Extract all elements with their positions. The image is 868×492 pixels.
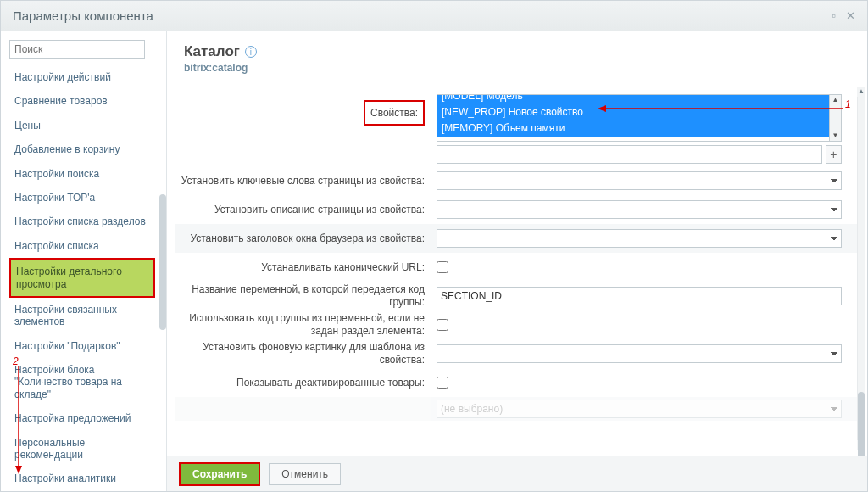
sidebar-scrollbar-thumb[interactable]: [159, 194, 166, 330]
sidebar-item[interactable]: Сравнение товаров: [9, 89, 155, 113]
props-option[interactable]: [MODEL] Модель: [437, 94, 829, 104]
sidebar-item[interactable]: Настройки аналитики: [9, 467, 155, 490]
scroll-up-icon[interactable]: ▲: [830, 95, 841, 105]
select-descr[interactable]: [437, 200, 842, 219]
checkbox-deact[interactable]: [437, 377, 448, 389]
scroll-down-icon[interactable]: ▼: [830, 131, 841, 141]
listbox-scrollbar[interactable]: ▲ ▼: [830, 94, 842, 142]
input-var-name[interactable]: [437, 287, 842, 305]
close-icon[interactable]: ✕: [846, 9, 855, 22]
props-label: Свойства:: [364, 100, 425, 126]
props-listbox[interactable]: [MODEL] Модель [NEW_PROP] Новое свойство…: [437, 94, 830, 142]
form-area: Свойства: [MODEL] Модель [NEW_PROP] Ново…: [167, 81, 867, 456]
save-button[interactable]: Сохранить: [179, 462, 260, 486]
sidebar-scrollbar[interactable]: [159, 67, 166, 489]
page-title: Каталог: [184, 43, 240, 60]
info-icon[interactable]: i: [245, 46, 257, 58]
sidebar-item[interactable]: Цены: [9, 114, 155, 137]
sidebar-item[interactable]: Настройки детального просмотра: [9, 258, 155, 298]
sidebar: Настройки действийСравнение товаровЦеныД…: [1, 31, 167, 491]
component-code: bitrix:catalog: [184, 62, 850, 74]
search-input[interactable]: [9, 40, 145, 59]
label-var-name: Название переменной, в которой передаетс…: [175, 283, 433, 309]
sidebar-item[interactable]: Добавление в корзину: [9, 137, 155, 161]
label-descr: Установить описание страницы из свойства…: [175, 204, 433, 216]
sidebar-item[interactable]: Настройки "Подарков": [9, 334, 155, 358]
titlebar: Параметры компонента ▫ ✕: [1, 1, 867, 31]
checkbox-canonical[interactable]: [437, 261, 448, 273]
sidebar-item[interactable]: Настройка предложений: [9, 406, 155, 430]
select-keywords[interactable]: [437, 171, 842, 190]
checkbox-use-group[interactable]: [437, 319, 448, 331]
sidebar-item[interactable]: Настройки ТОР'а: [9, 186, 155, 210]
sidebar-item[interactable]: Настройки блока "Количество товара на ск…: [9, 358, 155, 406]
sidebar-item[interactable]: Настройки действий: [9, 65, 155, 89]
content-header: Каталог i bitrix:catalog: [167, 31, 867, 81]
label-browser-title: Установить заголовок окна браузера из св…: [175, 232, 433, 245]
sidebar-item[interactable]: Настройки поиска: [9, 162, 155, 186]
select-cutoff: (не выбрано): [437, 400, 842, 418]
label-keywords: Установить ключевые слова страницы из св…: [175, 175, 433, 187]
label-bg: Установить фоновую картинку для шаблона …: [175, 341, 433, 366]
window-title: Параметры компонента: [13, 8, 153, 23]
label-use-group: Использовать код группы из переменной, е…: [175, 312, 433, 338]
label-deact: Показывать деактивированные товары:: [175, 377, 433, 389]
select-bg[interactable]: [437, 344, 842, 363]
sidebar-item[interactable]: Настройки связанных элементов: [9, 298, 155, 334]
sidebar-item[interactable]: Настройки списка разделов: [9, 210, 155, 233]
select-browser-title[interactable]: [437, 229, 842, 248]
sidebar-item[interactable]: Настройки списка: [9, 234, 155, 258]
cancel-button[interactable]: Отменить: [269, 463, 341, 485]
form-scrollbar[interactable]: ▲ ▼: [857, 87, 865, 450]
nav-list: Настройки действийСравнение товаровЦеныД…: [9, 65, 166, 491]
sidebar-item[interactable]: Персональные рекомендации: [9, 431, 155, 467]
scroll-up-icon[interactable]: ▲: [857, 87, 865, 97]
label-canonical: Устанавливать канонический URL:: [175, 261, 433, 274]
props-option[interactable]: [MEMORY] Объем памяти: [437, 120, 829, 137]
form-scrollbar-thumb[interactable]: [858, 392, 865, 456]
footer: Сохранить Отменить: [167, 456, 867, 491]
minimize-icon[interactable]: ▫: [832, 9, 836, 22]
add-button[interactable]: +: [826, 145, 842, 164]
props-option[interactable]: [NEW_PROP] Новое свойство: [437, 104, 829, 120]
props-extra-input[interactable]: [437, 145, 822, 164]
